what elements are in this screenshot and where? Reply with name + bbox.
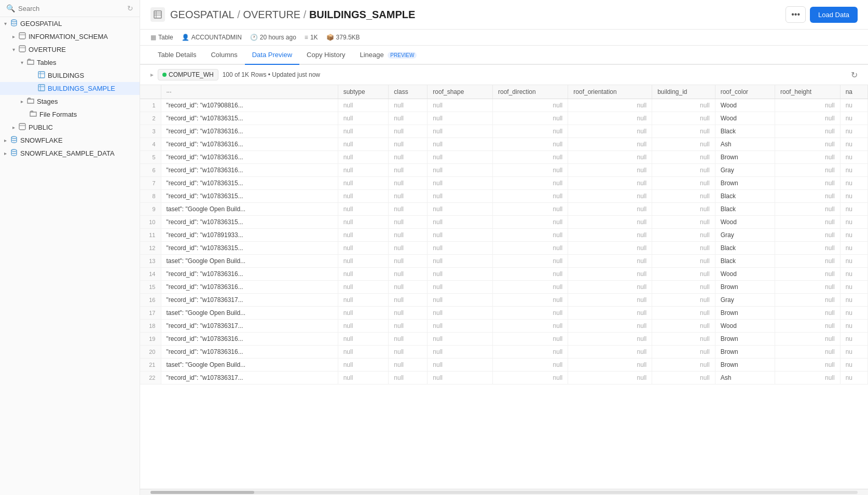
sep2: / [304,9,309,20]
tab-copy-history[interactable]: Copy History [299,46,352,65]
folder-icon [27,58,34,67]
cell-roof-height: null [775,294,841,307]
horizontal-scrollbar[interactable] [140,489,868,495]
cell-roof-orientation: null [568,125,652,138]
row-number: 1 [140,99,161,112]
cell-roof-color: Wood [715,268,775,281]
sidebar-item-label: INFORMATION_SCHEMA [29,33,108,40]
cell-roof-orientation: null [568,346,652,359]
cell-building-id: null [652,359,715,372]
preview-badge: PREVIEW [388,52,417,59]
cell-roof-shape: null [428,359,493,372]
cell-roof-orientation: null [568,164,652,177]
cell-roof-orientation: null [568,320,652,333]
cell-first: "record_id": "w107836317... [161,320,338,333]
meta-size: 📦 379.5KB [326,34,360,41]
col-first: ··· [161,85,338,99]
cell-roof-direction: null [492,268,568,281]
chevron-icon: ▸ [12,125,15,130]
cell-building-id: null [652,268,715,281]
sidebar-item-file_formats[interactable]: File Formats [0,108,140,121]
cell-roof-direction: null [492,216,568,229]
tab-lineage[interactable]: Lineage PREVIEW [352,46,424,65]
cell-roof-color: Brown [715,346,775,359]
cell-roof-direction: null [492,190,568,203]
tab-columns[interactable]: Columns [203,46,244,65]
table-row: 21 taset": "Google Open Build... null nu… [140,359,868,372]
row-number: 15 [140,281,161,294]
cell-roof-shape: null [428,372,493,384]
col-roof-shape: roof_shape [428,85,493,99]
row-number: 8 [140,190,161,203]
row-number: 21 [140,359,161,372]
load-data-button[interactable]: Load Data [810,7,858,23]
cell-class: null [389,99,428,112]
cell-roof-direction: null [492,138,568,151]
cell-roof-direction: null [492,333,568,346]
tab-table-details[interactable]: Table Details [150,46,203,65]
data-table-container[interactable]: ··· subtype class roof_shape roof_direct… [140,85,868,489]
sidebar-item-buildings_sample[interactable]: BUILDINGS_SAMPLE [0,82,140,95]
scrollbar-track[interactable] [150,491,858,494]
sidebar-item-geospatial[interactable]: ▾GEOSPATIAL [0,17,140,30]
cell-roof-color: Gray [715,229,775,242]
cell-na: nu [840,177,867,190]
cell-class: null [389,151,428,164]
col-na: na [840,85,867,99]
cell-roof-orientation: null [568,307,652,320]
cell-roof-direction: null [492,242,568,255]
cell-roof-shape: null [428,346,493,359]
sidebar-item-overture[interactable]: ▾OVERTURE [0,43,140,56]
tab-data-preview[interactable]: Data Preview [245,46,299,65]
svg-rect-3 [19,46,25,52]
cell-roof-height: null [775,320,841,333]
table-row: 10 "record_id": "w107836315... null null… [140,216,868,229]
refresh-data-button[interactable]: ↻ [851,70,858,80]
cell-roof-direction: null [492,125,568,138]
refresh-icon[interactable]: ↻ [127,4,133,12]
cell-roof-color: Black [715,190,775,203]
chevron-icon: ▾ [12,47,15,52]
cell-roof-shape: null [428,229,493,242]
cell-roof-height: null [775,177,841,190]
meta-time-label: 20 hours ago [260,34,296,41]
cell-roof-orientation: null [568,242,652,255]
search-bar[interactable]: 🔍 ↻ [0,0,140,17]
sidebar-item-public[interactable]: ▸PUBLIC [0,121,140,134]
cell-roof-height: null [775,190,841,203]
cell-roof-orientation: null [568,138,652,151]
cell-roof-color: Brown [715,333,775,346]
sidebar-item-stages[interactable]: ▸Stages [0,95,140,108]
cell-roof-color: Wood [715,99,775,112]
table-row: 6 "record_id": "w107836316... null null … [140,164,868,177]
cell-class: null [389,372,428,384]
sidebar-item-snowflake[interactable]: ▸SNOWFLAKE [0,134,140,147]
cell-roof-shape: null [428,333,493,346]
cell-subtype: null [338,333,389,346]
table-row: 2 "record_id": "w107836315... null null … [140,112,868,125]
more-button[interactable]: ••• [786,6,806,23]
cell-building-id: null [652,346,715,359]
cell-roof-orientation: null [568,229,652,242]
cell-roof-orientation: null [568,216,652,229]
cell-first: "record_id": "w107836316... [161,151,338,164]
sidebar-item-tables[interactable]: ▾Tables [0,56,140,69]
meta-rows: ≡ 1K [305,34,318,41]
cell-class: null [389,307,428,320]
cell-subtype: null [338,359,389,372]
cell-roof-color: Black [715,255,775,268]
search-input[interactable] [18,5,124,12]
sidebar-item-information_schema[interactable]: ▸INFORMATION_SCHEMA [0,30,140,43]
sidebar-item-snowflake_sample_data[interactable]: ▸SNOWFLAKE_SAMPLE_DATA [0,147,140,160]
cell-subtype: null [338,229,389,242]
cell-roof-shape: null [428,190,493,203]
scrollbar-thumb[interactable] [150,491,254,494]
tabs: Table Details Columns Data Preview Copy … [140,46,868,65]
cell-roof-direction: null [492,177,568,190]
cell-building-id: null [652,125,715,138]
cell-first: "record_id": "w107836315... [161,242,338,255]
sidebar-item-buildings[interactable]: BUILDINGS [0,69,140,82]
cell-subtype: null [338,268,389,281]
compute-badge[interactable]: COMPUTE_WH [158,69,218,80]
cell-building-id: null [652,242,715,255]
